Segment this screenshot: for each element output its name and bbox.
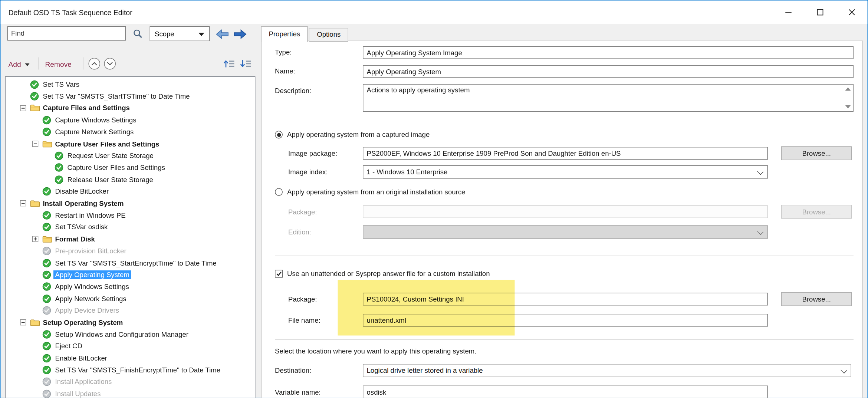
tree-item[interactable]: Capture Files and Settings xyxy=(6,102,255,114)
maximize-button[interactable] xyxy=(804,1,836,24)
tree-item-label: Setup Windows and Configuration Manager xyxy=(53,330,190,339)
type-field[interactable] xyxy=(363,46,854,59)
tree-item[interactable]: Set TS Var "SMSTS_FinishEncryptTime" to … xyxy=(6,364,255,376)
find-next-button[interactable] xyxy=(232,27,248,41)
image-package-label: Image package: xyxy=(288,150,337,158)
success-step-icon xyxy=(42,342,53,351)
success-step-icon xyxy=(55,151,66,160)
find-previous-button[interactable] xyxy=(214,27,230,41)
task-sequence-editor-window: Default OSD TS Task Sequence Editor Scop… xyxy=(0,0,868,398)
group-folder-icon xyxy=(30,104,41,112)
tree-item-label: Set TS Var "SMSTS_FinishEncryptTime" to … xyxy=(53,366,222,375)
tree-item[interactable]: Format Disk xyxy=(6,233,255,245)
group-folder-icon xyxy=(42,140,53,148)
package-browse-button[interactable]: Browse... xyxy=(781,292,852,306)
disabled-step-icon xyxy=(42,378,53,387)
success-step-icon xyxy=(42,128,53,136)
minimize-button[interactable] xyxy=(772,1,804,24)
tree-item-label: Disable BitLocker xyxy=(53,187,111,196)
tree-item[interactable]: Capture User Files and Settings xyxy=(6,162,255,174)
tree-item[interactable]: Set TS Var "SMSTS_StartEncryptTime" to D… xyxy=(6,257,255,269)
scope-dropdown[interactable]: Scope xyxy=(150,26,210,42)
window-title: Default OSD TS Task Sequence Editor xyxy=(1,8,132,17)
add-button[interactable]: Add xyxy=(9,57,30,71)
tree-item[interactable]: Request User State Storage xyxy=(6,150,255,162)
success-step-icon xyxy=(42,187,53,196)
window-controls xyxy=(772,1,868,24)
chevron-down-icon xyxy=(841,367,847,374)
tree-item[interactable]: Capture Windows Settings xyxy=(6,114,255,126)
variable-name-field[interactable] xyxy=(363,386,768,398)
tree-item-label: Apply Device Drivers xyxy=(53,306,121,315)
unattend-checkbox[interactable] xyxy=(275,270,283,278)
image-index-dropdown[interactable]: 1 - Windows 10 Enterprise xyxy=(363,165,768,179)
tree-item[interactable]: Apply Network Settings xyxy=(6,293,255,305)
tree-item[interactable]: Setup Operating System xyxy=(6,316,255,328)
scroll-down-icon[interactable] xyxy=(845,105,851,109)
tab-properties[interactable]: Properties xyxy=(261,26,308,43)
close-button[interactable] xyxy=(836,1,868,24)
tree-item[interactable]: Apply Device Drivers xyxy=(6,305,255,316)
collapse-expander-icon[interactable] xyxy=(32,141,42,147)
image-package-browse-button[interactable]: Browse... xyxy=(781,147,852,161)
search-button[interactable] xyxy=(130,26,146,42)
tree-item[interactable]: Apply Operating System xyxy=(6,269,255,281)
edition-label: Edition: xyxy=(288,228,311,236)
original-source-radio[interactable] xyxy=(275,188,283,196)
collapse-all-icon xyxy=(223,59,235,68)
tree-item[interactable]: Set TS Vars xyxy=(6,79,255,91)
tree-item-label: Apply Operating System xyxy=(53,270,131,279)
tree-item[interactable]: Set TSVar osdisk xyxy=(6,221,255,233)
collapse-expander-icon[interactable] xyxy=(20,200,30,207)
collapse-expander-icon[interactable] xyxy=(20,319,30,326)
tree-item[interactable]: Install Applications xyxy=(6,376,255,388)
captured-image-radio[interactable] xyxy=(275,131,283,139)
tree-item-label: Capture User Files and Settings xyxy=(53,139,161,148)
description-field[interactable]: Actions to apply operating system xyxy=(363,84,854,112)
collapse-expander-icon[interactable] xyxy=(20,105,30,111)
tree-item[interactable]: Release User State Storage xyxy=(6,174,255,185)
move-up-button[interactable] xyxy=(89,58,101,70)
image-index-value: 1 - Windows 10 Enterprise xyxy=(367,168,448,176)
package-disabled-field xyxy=(363,205,768,218)
image-index-label: Image index: xyxy=(288,168,328,176)
success-step-icon xyxy=(55,175,66,184)
tree-item[interactable]: Setup Windows and Configuration Manager xyxy=(6,328,255,340)
tab-options[interactable]: Options xyxy=(309,28,348,42)
expand-all-button[interactable] xyxy=(239,58,251,69)
tree-item-label: Apply Windows Settings xyxy=(53,282,131,291)
tree-item[interactable]: Pre-provision BitLocker xyxy=(6,245,255,257)
tree-item[interactable]: Capture User Files and Settings xyxy=(6,138,255,150)
tree-item-label: Capture Windows Settings xyxy=(53,116,138,125)
tree-item[interactable]: Restart in Windows PE xyxy=(6,209,255,221)
tree-item[interactable]: Apply Windows Settings xyxy=(6,281,255,293)
find-input[interactable] xyxy=(7,26,126,41)
screenshot-viewport: Default OSD TS Task Sequence Editor Scop… xyxy=(0,0,868,398)
move-down-button[interactable] xyxy=(104,58,116,70)
name-field[interactable] xyxy=(363,65,854,78)
tree-item[interactable]: Set TS Var "SMSTS_StartTSTime" to Date T… xyxy=(6,91,255,102)
scroll-up-icon[interactable] xyxy=(845,88,851,91)
tree-item[interactable]: Install Operating System xyxy=(6,197,255,209)
tree-item-label: Setup Operating System xyxy=(41,318,125,327)
tree-item[interactable]: Capture Network Settings xyxy=(6,126,255,138)
destination-dropdown[interactable]: Logical drive letter stored in a variabl… xyxy=(363,364,851,377)
image-package-field[interactable] xyxy=(363,147,768,160)
destination-value: Logical drive letter stored in a variabl… xyxy=(367,367,483,375)
remove-button[interactable]: Remove xyxy=(45,57,72,71)
tree-item[interactable]: Eject CD xyxy=(6,340,255,352)
tree-item[interactable]: Disable BitLocker xyxy=(6,185,255,197)
tree-item[interactable]: Install Updates xyxy=(6,388,255,398)
description-value: Actions to apply operating system xyxy=(367,86,470,94)
collapse-all-button[interactable] xyxy=(223,58,235,69)
description-label: Description: xyxy=(275,87,311,95)
success-step-icon xyxy=(42,211,53,220)
stage: Default OSD TS Task Sequence Editor Scop… xyxy=(0,0,868,398)
success-step-icon xyxy=(42,354,53,363)
tree-item[interactable]: Enable BitLocker xyxy=(6,352,255,364)
success-step-icon xyxy=(30,92,41,101)
edition-dropdown xyxy=(363,226,768,239)
tree-item-label: Install Updates xyxy=(53,389,102,398)
group-folder-icon xyxy=(42,235,53,243)
expand-expander-icon[interactable] xyxy=(32,236,42,242)
